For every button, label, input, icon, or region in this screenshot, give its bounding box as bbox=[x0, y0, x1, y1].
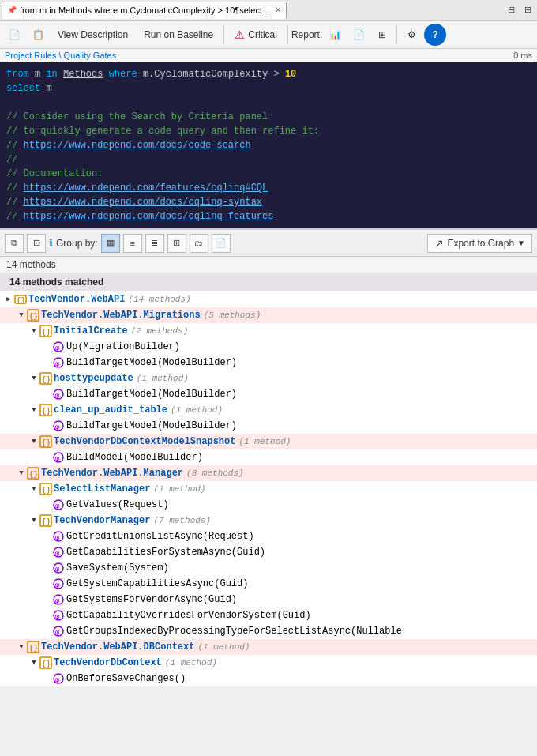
node-count: (1 method) bbox=[165, 658, 217, 668]
tab-controls: ⊟ ⊞ bbox=[504, 3, 535, 17]
view-description-button[interactable]: View Description bbox=[51, 24, 135, 46]
tree-row[interactable]: φGetGroupsIndexedByProcessingTypeForSele… bbox=[0, 623, 537, 639]
tree-row[interactable]: ▼{}TechVendor.WebAPI.Migrations(5 method… bbox=[0, 307, 537, 323]
method-icon: φ bbox=[52, 356, 65, 369]
svg-text:{}: {} bbox=[42, 408, 51, 416]
rt-btn-folder[interactable]: 🗂 bbox=[190, 234, 208, 253]
report-bar-chart-button[interactable]: 📊 bbox=[324, 24, 346, 46]
tree-row[interactable]: φBuildTargetModel(ModelBuilder) bbox=[0, 418, 537, 434]
method-icon: φ bbox=[52, 562, 65, 574]
copy-icon: 📋 bbox=[32, 29, 44, 40]
tree-row[interactable]: ▶{}TechVendor.WebAPI(14 methods) bbox=[0, 291, 537, 307]
tree-row[interactable]: φOnBeforeSaveChanges() bbox=[0, 671, 537, 686]
critical-button[interactable]: ⚠ Critical bbox=[227, 24, 284, 46]
expand-btn[interactable]: ▼ bbox=[28, 515, 39, 526]
expand-btn[interactable]: ▼ bbox=[16, 468, 27, 479]
results-count-bar: 14 methods bbox=[0, 257, 537, 273]
tree-row[interactable]: φSaveSystem(System) bbox=[0, 560, 537, 576]
tab-new-button[interactable]: ⊞ bbox=[520, 3, 535, 17]
help-icon: ? bbox=[433, 29, 438, 40]
export-to-graph-button[interactable]: ↗ Export to Graph ▼ bbox=[427, 234, 532, 253]
rt-btn-file[interactable]: 📄 bbox=[212, 234, 231, 253]
run-on-baseline-button[interactable]: Run on Baseline bbox=[137, 24, 220, 46]
code-comment-5: // Documentation: bbox=[6, 167, 531, 181]
svg-text:{}: {} bbox=[29, 645, 38, 653]
tree-row[interactable]: ▼{}TechVendor.WebAPI.DBContext(1 method) bbox=[0, 639, 537, 655]
comment1: // Consider using the Search by Criteria… bbox=[6, 111, 268, 122]
tree-row[interactable]: φGetSystemsForVendorAsync(Guid) bbox=[0, 592, 537, 607]
method-icon: φ bbox=[52, 419, 65, 432]
svg-text:φ: φ bbox=[55, 344, 60, 352]
tree-row[interactable]: ▼{}TechVendorDbContext(1 method) bbox=[0, 655, 537, 671]
tree-row[interactable]: φBuildTargetModel(ModelBuilder) bbox=[0, 355, 537, 370]
tab-close-icon[interactable]: ✕ bbox=[275, 6, 281, 14]
tree-row[interactable]: φGetCapabilityOverridesForVendorSystem(G… bbox=[0, 607, 537, 623]
breadcrumb[interactable]: Project Rules \ Quality Gates bbox=[5, 51, 116, 60]
run-baseline-label: Run on Baseline bbox=[144, 29, 213, 40]
tree-row[interactable]: ▼{}TechVendorManager(7 methods) bbox=[0, 513, 537, 528]
code-link-4[interactable]: https://www.ndepend.com/docs/cqlinq-feat… bbox=[24, 211, 274, 222]
node-count: (1 method) bbox=[137, 374, 189, 383]
code-line-2: select m bbox=[6, 81, 531, 96]
node-count: (1 method) bbox=[197, 642, 250, 652]
settings-button[interactable]: ⚙ bbox=[400, 24, 422, 46]
tree-row[interactable]: φBuildModel(ModelBuilder) bbox=[0, 449, 537, 465]
rt-groupby-list[interactable]: ≡ bbox=[123, 234, 142, 253]
tree-row[interactable]: φGetCreditUnionsListAsync(Request) bbox=[0, 528, 537, 544]
expand-btn[interactable]: ▼ bbox=[16, 310, 27, 321]
node-name: BuildTargetModel(ModelBuilder) bbox=[66, 420, 237, 431]
rt-groupby-grid[interactable]: ▦ bbox=[101, 234, 120, 253]
report-grid-button[interactable]: ⊞ bbox=[371, 24, 393, 46]
tree-row[interactable]: ▼{}TechVendor.WebAPI.Manager(8 methods) bbox=[0, 465, 537, 481]
tree-row[interactable]: φGetCapabilitiesForSystemAsync(Guid) bbox=[0, 544, 537, 560]
expand-btn[interactable]: ▼ bbox=[28, 483, 39, 495]
tree-row[interactable]: ▼{}SelectListManager(1 method) bbox=[0, 481, 537, 497]
expand-btn[interactable]: ▼ bbox=[28, 373, 39, 384]
node-name: BuildTargetModel(ModelBuilder) bbox=[66, 357, 237, 368]
tree-row[interactable]: ▼{}InitialCreate(2 methods) bbox=[0, 323, 537, 339]
help-button[interactable]: ? bbox=[424, 24, 446, 46]
code-editor[interactable]: from m in Methods where m.CyclomaticComp… bbox=[0, 62, 537, 230]
report-page-button[interactable]: 📄 bbox=[347, 24, 370, 46]
tree-row[interactable]: ▼{}hosttypeupdate(1 method) bbox=[0, 370, 537, 386]
expand-btn[interactable]: ▼ bbox=[28, 325, 39, 337]
expand-btn[interactable]: ▼ bbox=[16, 641, 27, 653]
results-count-text: 14 methods bbox=[6, 259, 56, 270]
code-comment-1: // Consider using the Search by Criteria… bbox=[6, 110, 531, 124]
svg-text:{}: {} bbox=[42, 518, 51, 526]
rt-groupby-detail[interactable]: ≣ bbox=[145, 234, 164, 253]
node-count: (2 methods) bbox=[131, 326, 189, 336]
tree-row[interactable]: ▼{}TechVendorDbContextModelSnapshot(1 me… bbox=[0, 434, 537, 449]
view-description-label: View Description bbox=[58, 29, 128, 40]
tree-row[interactable]: φUp(MigrationBuilder) bbox=[0, 339, 537, 355]
bar-chart-icon: 📊 bbox=[329, 29, 341, 40]
node-count: (1 method) bbox=[153, 484, 205, 494]
rt-btn-export[interactable]: ⊡ bbox=[27, 234, 46, 253]
expand-btn[interactable]: ▼ bbox=[28, 436, 39, 447]
code-link-1[interactable]: https://www.ndepend.com/docs/code-search bbox=[24, 140, 251, 151]
rt-btn-copy[interactable]: ⧉ bbox=[5, 234, 24, 253]
class-icon: {} bbox=[27, 467, 39, 480]
small-icon-btn2[interactable]: 📋 bbox=[27, 24, 49, 46]
report-page-icon: 📄 bbox=[353, 29, 365, 40]
expand-btn[interactable]: ▼ bbox=[28, 404, 39, 416]
node-name: GetCreditUnionsListAsync(Request) bbox=[66, 531, 254, 542]
expand-btn[interactable]: ▼ bbox=[28, 657, 39, 668]
expand-btn[interactable]: ▶ bbox=[3, 294, 14, 305]
rt-groupby-tree[interactable]: ⊞ bbox=[167, 234, 186, 253]
code-where: where bbox=[109, 69, 137, 80]
svg-text:{}: {} bbox=[42, 329, 51, 337]
results-matched-text: 14 methods matched bbox=[5, 275, 108, 289]
tree-row[interactable]: ▼{}clean_up_audit_table(1 method) bbox=[0, 402, 537, 418]
code-link-2[interactable]: https://www.ndepend.com/features/cqlinq#… bbox=[24, 182, 268, 194]
active-tab[interactable]: 📌 from m in Methods where m.CyclomaticCo… bbox=[2, 2, 287, 19]
export-dropdown-icon: ▼ bbox=[517, 239, 525, 247]
code-link-3[interactable]: https://www.ndepend.com/docs/cqlinq-synt… bbox=[24, 197, 262, 208]
method-icon: φ bbox=[52, 530, 65, 543]
svg-text:φ: φ bbox=[55, 550, 60, 558]
small-icon-btn1[interactable]: 📄 bbox=[3, 24, 25, 46]
tree-row[interactable]: φGetValues(Request) bbox=[0, 497, 537, 513]
tree-row[interactable]: φGetSystemCapabilitiesAsync(Guid) bbox=[0, 576, 537, 592]
tab-ctrl-button[interactable]: ⊟ bbox=[504, 3, 519, 17]
tree-row[interactable]: φBuildTargetModel(ModelBuilder) bbox=[0, 386, 537, 402]
